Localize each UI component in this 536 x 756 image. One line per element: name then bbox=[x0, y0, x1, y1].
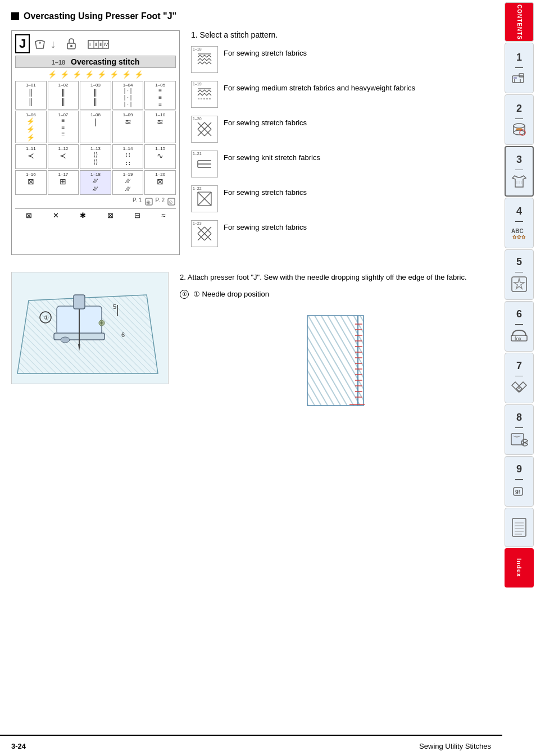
bottom-icon-4: ⊠ bbox=[107, 211, 113, 220]
sidebar-tab-index[interactable]: Index bbox=[505, 548, 534, 588]
stitch-cell-1-18[interactable]: 1–18 ⫻⫻ bbox=[80, 170, 111, 195]
stitch-icon-box-1-21[interactable]: 1–21 bbox=[191, 151, 218, 177]
icon-zigzag3: ⚡ bbox=[85, 70, 94, 79]
stitch-icon-box-1-18[interactable]: 1–18 bbox=[191, 46, 218, 73]
stitch-cell-1-16[interactable]: 1–16 ⊠ bbox=[15, 170, 47, 195]
stitch-cell-1-07[interactable]: 1–07 ≡≡≡ bbox=[48, 111, 79, 143]
stitch-cell-1-20[interactable]: 1–20 ⊠ bbox=[144, 170, 176, 195]
stitch-cell-1-08[interactable]: 1–08 | bbox=[80, 111, 111, 143]
bottom-icon-1: ⊠ bbox=[26, 211, 32, 220]
stitch-cell-1-10[interactable]: 1–10 ≋ bbox=[144, 111, 176, 143]
svg-text:⊙: ⊙ bbox=[169, 199, 173, 205]
bottom-icon-5: ⊟ bbox=[134, 211, 140, 220]
stitch-cell-1-02[interactable]: 1–02 ‖‖ bbox=[48, 81, 79, 110]
stitch-cell-1-13[interactable]: 1–13 ⟨⟩⟨⟩ bbox=[80, 144, 111, 169]
sidebar-tab-7[interactable]: 7 — bbox=[505, 353, 534, 403]
bottom-icon-2: ✕ bbox=[53, 211, 59, 220]
sewing-machine-icon bbox=[511, 71, 527, 84]
stitch-cell-1-04[interactable]: 1–04 | · || · || · | bbox=[112, 81, 144, 110]
thread-spool-icon bbox=[511, 122, 527, 136]
sidebar-tab-9[interactable]: 9 — 9! bbox=[505, 456, 534, 507]
sidebar-tab-2[interactable]: 2 — bbox=[505, 94, 534, 145]
page-2-label: P. 2 bbox=[156, 197, 165, 206]
step1-title: 1. Select a stitch pattern. bbox=[191, 30, 491, 39]
stitch-grid: 1–01 ‖‖ 1–02 ‖‖ 1–03 ‖‖ 1–04 | · || · ||… bbox=[15, 81, 176, 195]
svg-text:fox: fox bbox=[515, 336, 522, 341]
tab-6-number: 6 bbox=[516, 309, 522, 319]
page-nav: P. 1 ◉ P. 2 ⊙ bbox=[15, 197, 176, 206]
sidebar-tab-contents[interactable]: CONTENTS bbox=[505, 2, 534, 42]
stitch-icon-box-1-23[interactable]: 1–23 bbox=[191, 220, 218, 247]
stitch-cell-1-01[interactable]: 1–01 ‖‖ bbox=[15, 81, 47, 110]
stitch-icon-box-1-20[interactable]: 1–20 bbox=[191, 116, 218, 143]
icon-zigzag2: ⚡ bbox=[72, 70, 81, 79]
tab-5-dash: — bbox=[515, 267, 523, 276]
stitch-cell-1-03[interactable]: 1–03 ‖‖ bbox=[80, 81, 111, 110]
step2-text: 2. Attach presser foot "J". Sew with the… bbox=[180, 272, 491, 283]
tab-2-number: 2 bbox=[516, 103, 522, 113]
circle-1-icon: ① bbox=[180, 290, 189, 299]
stitch-cell-1-14[interactable]: 1–14 ∷∷ bbox=[112, 144, 144, 169]
stitch-cell-1-05[interactable]: 1–05 ≡≡≡ bbox=[144, 81, 176, 110]
svg-text:①: ① bbox=[44, 315, 49, 321]
sidebar-tab-8[interactable]: 8 — bbox=[505, 404, 534, 455]
stitch-symbol-1-21 bbox=[196, 155, 214, 173]
stitch-desc-1-19: For sewing medium stretch fabrics and he… bbox=[224, 81, 415, 93]
tab-1-dash: — bbox=[515, 62, 523, 71]
stitch-icon-box-1-22[interactable]: 1–22 bbox=[191, 185, 218, 212]
stitch-item-1-19: 1–19 For sewing medium stretch fabrics a… bbox=[191, 81, 491, 108]
tab-5-number: 5 bbox=[516, 257, 522, 267]
svg-rect-88 bbox=[307, 316, 364, 406]
right-sidebar: CONTENTS 1 — 2 — 3 — bbox=[502, 0, 536, 756]
stitch-item-1-23: 1–23 For sewing stretch fabrics bbox=[191, 220, 491, 247]
stitch-cell-1-06[interactable]: 1–06 ⚡⚡⚡ bbox=[15, 111, 47, 143]
stitch-cell-1-09[interactable]: 1–09 ≋ bbox=[112, 111, 144, 143]
page-number: 3-24 bbox=[11, 742, 26, 750]
stitch-symbol-1-22 bbox=[196, 190, 214, 208]
svg-point-83 bbox=[61, 337, 70, 343]
index-label: Index bbox=[516, 558, 523, 577]
stitch-cell-1-19[interactable]: 1–19 ⫻⫻ bbox=[112, 170, 144, 195]
stitch-cell-1-11[interactable]: 1–11 ≺ bbox=[15, 144, 47, 169]
tab-4-number: 4 bbox=[516, 206, 522, 216]
tab-3-dash: — bbox=[515, 165, 523, 174]
svg-text:Ⅰ: Ⅰ bbox=[89, 42, 90, 47]
shirt-icon bbox=[511, 174, 527, 188]
footer-title: Sewing Utility Stitches bbox=[419, 742, 491, 750]
sidebar-tab-5[interactable]: 5 — bbox=[505, 249, 534, 300]
svg-text:Ⅱ: Ⅱ bbox=[95, 42, 97, 47]
sidebar-tab-4[interactable]: 4 — ABC ✿✿✿ bbox=[505, 198, 534, 248]
stitch-icons-row: ⚡ ⚡ ⚡ ⚡ ⚡ ⚡ ⚡ ⚡ bbox=[15, 70, 176, 79]
sidebar-tab-notes[interactable] bbox=[505, 508, 534, 547]
machine-top-icons: J ↓ Ⅰ Ⅱ bbox=[15, 34, 176, 53]
quilting-icon bbox=[510, 431, 528, 447]
maintenance-icon: 9! bbox=[510, 483, 528, 499]
sidebar-tab-1[interactable]: 1 — bbox=[505, 43, 534, 93]
svg-point-33 bbox=[70, 45, 72, 47]
stitch-title-text: Overcasting stitch bbox=[71, 57, 139, 66]
stitch-icon-box-1-19[interactable]: 1–19 bbox=[191, 81, 218, 108]
embroidery-hoop-icon: fox bbox=[510, 328, 528, 344]
svg-point-6 bbox=[514, 130, 525, 135]
svg-text:6: 6 bbox=[121, 331, 125, 338]
stitch-cell-1-12[interactable]: 1–12 ≺ bbox=[48, 144, 79, 169]
svg-rect-4 bbox=[514, 77, 517, 79]
stitch-desc-1-21: For sewing knit stretch fabrics bbox=[224, 151, 320, 163]
sidebar-tab-6[interactable]: 6 — fox bbox=[505, 301, 534, 352]
stitch-cell-1-17[interactable]: 1–17 ⊞ bbox=[48, 170, 79, 195]
page-2-icon: ⊙ bbox=[167, 197, 176, 206]
stitch-item-1-21: 1–21 For sewing knit stretch fabrics bbox=[191, 151, 491, 177]
stitch-cell-1-15[interactable]: 1–15 ∿ bbox=[144, 144, 176, 169]
stitch-title-bar: 1–18 Overcasting stitch bbox=[15, 56, 176, 68]
icon-zigzag4: ⚡ bbox=[97, 70, 106, 79]
sidebar-tab-3[interactable]: 3 — bbox=[505, 146, 534, 197]
needle-drop-diagram bbox=[302, 310, 369, 411]
presser-foot-illustration: ① 5 6 bbox=[11, 272, 169, 384]
scissors-icon bbox=[511, 380, 528, 395]
stitch-symbol-1-23 bbox=[196, 225, 214, 243]
tab-7-dash: — bbox=[515, 371, 523, 380]
main-content: Overcasting Using Presser Foot "J" J ↓ bbox=[0, 0, 502, 734]
svg-point-31 bbox=[39, 42, 41, 44]
stitch-symbol-1-18 bbox=[196, 51, 214, 69]
star-embroidery-icon bbox=[511, 276, 528, 293]
